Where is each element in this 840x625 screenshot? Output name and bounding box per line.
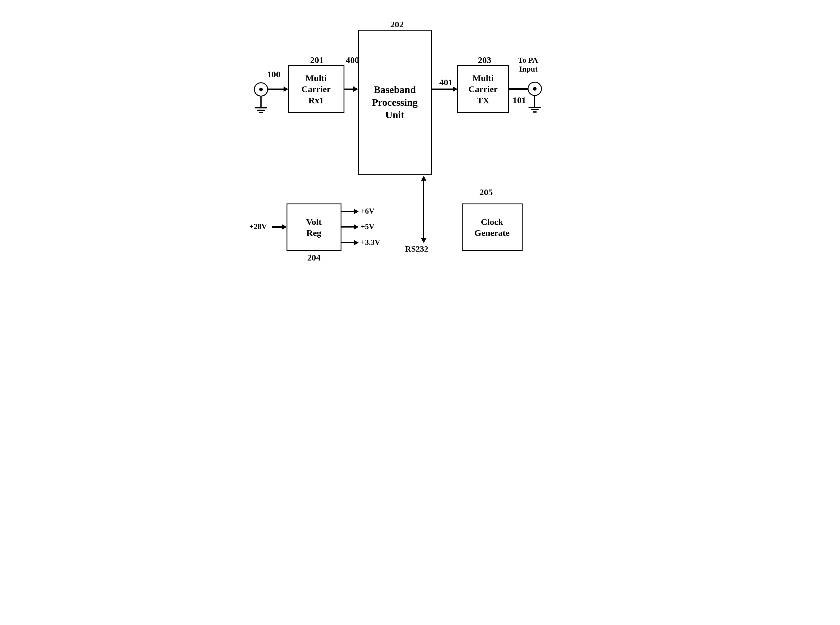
arrow-head-rx1-to-bpu	[353, 86, 358, 92]
arrow-head-28v-to-volt	[282, 224, 287, 230]
arrow-head-bpu-to-tx	[453, 86, 458, 92]
arrow-rx1-to-bpu	[345, 89, 354, 90]
block-multi-carrier-tx: Multi Carrier TX	[457, 65, 509, 113]
block-baseband-processing-unit: Baseband Processing Unit	[358, 30, 432, 175]
block-diagram: 202 201 400 100 203 401 101 205 204 To P…	[242, 6, 598, 273]
block-volt-text: Volt Reg	[306, 216, 321, 238]
connector-input-100	[254, 82, 268, 96]
arrow-bpu-to-tx	[432, 89, 454, 90]
block-clock-text: Clock Generate	[475, 216, 509, 238]
arrow-volt-5v	[342, 226, 355, 227]
ref-bpu: 202	[390, 19, 404, 30]
arrow-head-rs232-down	[421, 238, 426, 243]
arrow-100-to-rx1	[268, 89, 284, 90]
volt-out-6v: +6V	[361, 207, 375, 216]
ref-rx: 201	[310, 55, 324, 65]
ref-bpu-out: 401	[439, 77, 453, 87]
arrow-volt-3v3	[342, 242, 355, 243]
volt-out-5v: +5V	[361, 222, 375, 231]
rs232-label: RS232	[405, 244, 429, 254]
volt-in-label: +28V	[249, 222, 267, 231]
ref-clock: 205	[480, 187, 493, 197]
arrow-head-rs232-up	[421, 176, 426, 180]
arrow-volt-6v	[342, 211, 355, 212]
arrow-head-100-to-rx1	[284, 86, 288, 92]
block-volt-reg: Volt Reg	[287, 204, 342, 251]
ref-volt: 204	[307, 252, 321, 263]
arrow-head-volt-3v3	[354, 240, 359, 246]
ref-tx-conn: 101	[513, 95, 526, 105]
line-tx-to-101	[509, 88, 528, 90]
connector-output-101	[528, 82, 542, 96]
block-bpu-text: Baseband Processing Unit	[372, 84, 418, 121]
volt-out-3v3: +3.3V	[361, 238, 380, 247]
ref-rx-conn: 100	[267, 69, 281, 79]
block-clock-generate: Clock Generate	[462, 204, 523, 251]
arrow-bpu-rs232	[423, 180, 424, 239]
arrow-28v-to-volt	[272, 226, 283, 228]
block-multi-carrier-rx1: Multi Carrier Rx1	[288, 65, 345, 113]
block-tx-text: Multi Carrier TX	[469, 73, 498, 106]
block-rx1-text: Multi Carrier Rx1	[301, 73, 331, 106]
to-pa-label-2: Input	[519, 65, 538, 74]
arrow-head-volt-5v	[354, 224, 359, 230]
to-pa-label-1: To PA	[518, 56, 538, 65]
arrow-head-volt-6v	[354, 209, 359, 214]
ref-tx: 203	[478, 55, 491, 65]
ref-bpu-in: 400	[346, 55, 359, 65]
